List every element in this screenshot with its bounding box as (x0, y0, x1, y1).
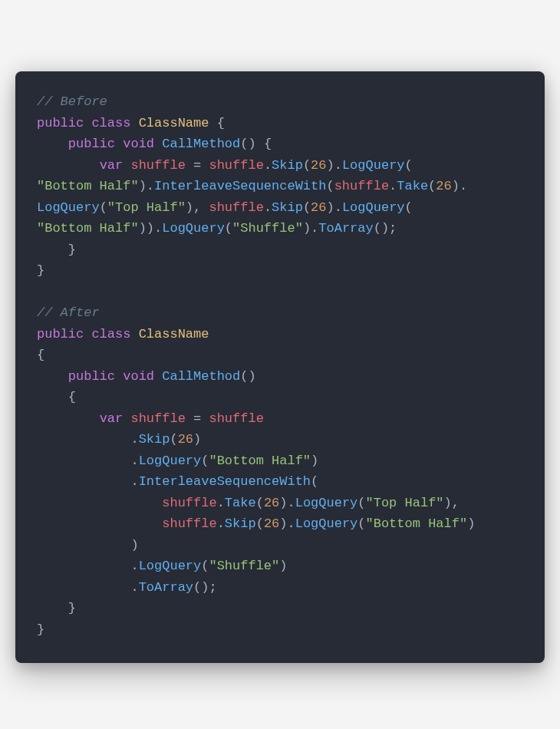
brace-close: } (68, 242, 76, 257)
lparen: ( (170, 432, 177, 447)
empty-parens: () (240, 369, 255, 384)
dot: . (217, 496, 225, 510)
dot: . (130, 580, 138, 595)
type-classname: ClassName (139, 116, 209, 130)
brace-close: } (68, 601, 76, 615)
dot: . (264, 158, 272, 173)
lparen: ( (256, 516, 264, 531)
empty-parens-semi: (); (374, 221, 397, 236)
str-shuffle: "Shuffle" (209, 559, 279, 573)
lparen: ( (357, 496, 365, 510)
fn-take: Take (397, 179, 428, 193)
comment-after: // After (37, 305, 100, 320)
fn-logquery: LogQuery (342, 200, 405, 215)
brace-open: { (68, 390, 76, 404)
lparen: ( (357, 516, 365, 531)
str-bottom-half: "Bottom Half" (366, 516, 468, 531)
brace-close: } (37, 622, 44, 637)
dot: . (130, 559, 138, 573)
dot: . (130, 454, 138, 468)
code-card: // Before public class ClassName { publi… (15, 71, 545, 663)
rparen-dot: ). (452, 179, 467, 193)
type-classname: ClassName (139, 327, 209, 341)
lparen: ( (256, 496, 264, 510)
brace-close: } (37, 263, 44, 278)
rparen-dot: ). (139, 179, 154, 193)
str-bottom-half: "Bottom Half" (37, 179, 139, 193)
lparen: ( (428, 179, 436, 193)
rparen: ) (444, 496, 452, 510)
num-26: 26 (264, 496, 279, 510)
lparen: ( (303, 200, 311, 215)
rparen-dot: ). (303, 221, 318, 236)
lparen: ( (405, 200, 413, 215)
str-bottom-half: "Bottom Half" (37, 221, 139, 236)
fn-callmethod: CallMethod (162, 369, 240, 384)
kw-public: public (68, 369, 115, 384)
comma: , (452, 496, 460, 510)
fn-toarray: ToArray (139, 580, 193, 595)
lparen: ( (100, 200, 107, 215)
fn-logquery: LogQuery (139, 559, 202, 573)
var-shuffle: shuffle (162, 496, 216, 510)
fn-interleave: InterleaveSequenceWith (139, 474, 311, 489)
rparen-dot: ). (279, 516, 295, 531)
num-26: 26 (436, 179, 451, 193)
kw-var: var (100, 411, 124, 426)
rparen: ) (279, 559, 287, 573)
lparen: ( (311, 474, 318, 489)
fn-logquery: LogQuery (162, 221, 225, 236)
fn-interleave: InterleaveSequenceWith (154, 179, 326, 193)
rparen-dot: ). (279, 496, 295, 510)
fn-toarray: ToArray (318, 221, 373, 236)
lparen: ( (405, 158, 413, 173)
var-shuffle: shuffle (209, 158, 263, 173)
lparen: ( (201, 454, 209, 468)
num-26: 26 (311, 200, 326, 215)
dot: . (264, 200, 272, 215)
kw-void: void (123, 137, 154, 151)
comment-before: // Before (37, 94, 107, 109)
kw-class: class (91, 116, 130, 130)
eq: = (193, 158, 201, 173)
fn-logquery: LogQuery (295, 496, 358, 510)
kw-var: var (100, 158, 124, 173)
kw-public: public (37, 327, 84, 341)
fn-callmethod: CallMethod (162, 137, 240, 151)
var-shuffle: shuffle (130, 158, 185, 173)
rparen-dot: ). (327, 200, 342, 215)
rparen: ) (193, 432, 201, 447)
fn-logquery: LogQuery (295, 516, 358, 531)
empty-parens-semi: (); (193, 580, 217, 595)
rparen-dot: ). (327, 158, 342, 173)
kw-public: public (37, 116, 84, 130)
fn-take: Take (225, 496, 256, 510)
brace-open: { (37, 348, 44, 362)
dot: . (130, 432, 138, 447)
str-shuffle: "Shuffle" (232, 221, 303, 236)
parens-brace: () { (240, 137, 272, 151)
str-top-half: "Top Half" (107, 200, 186, 215)
lparen: ( (326, 179, 334, 193)
fn-skip: Skip (272, 158, 303, 173)
fn-logquery: LogQuery (342, 158, 405, 173)
fn-logquery: LogQuery (37, 200, 100, 215)
lparen: ( (225, 221, 232, 236)
kw-void: void (123, 369, 154, 384)
num-26: 26 (178, 432, 193, 447)
var-shuffle: shuffle (162, 516, 216, 531)
rparen: ) (186, 200, 193, 215)
eq: = (193, 411, 201, 426)
kw-class: class (91, 327, 130, 341)
var-shuffle: shuffle (334, 179, 389, 193)
num-26: 26 (264, 516, 279, 531)
fn-skip: Skip (272, 200, 303, 215)
comma: , (193, 200, 209, 215)
fn-logquery: LogQuery (139, 454, 202, 468)
num-26: 26 (311, 158, 326, 173)
fn-skip: Skip (139, 432, 170, 447)
brace-open: { (209, 116, 224, 130)
rparen-rparen-dot: )). (139, 221, 163, 236)
var-shuffle: shuffle (130, 411, 185, 426)
var-shuffle: shuffle (209, 411, 263, 426)
